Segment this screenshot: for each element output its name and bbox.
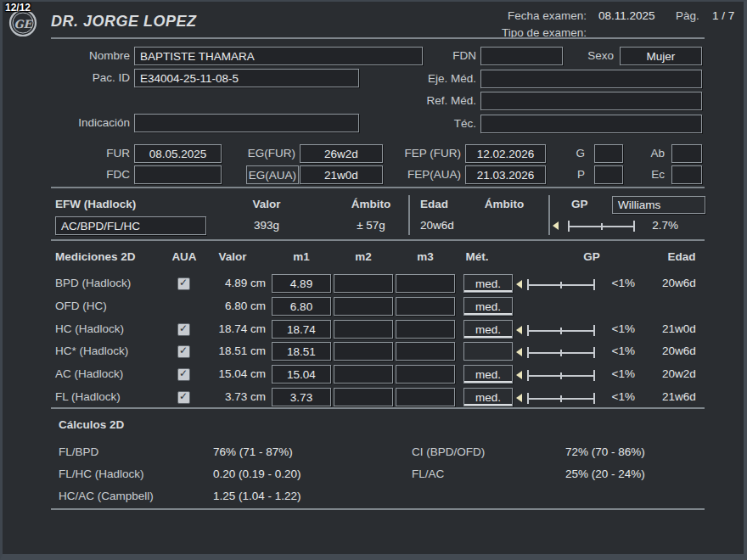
fdn-label: FDN	[410, 49, 476, 62]
calc-value: 25% (20 - 24%)	[565, 468, 645, 480]
page-label: Pàg.	[676, 9, 699, 22]
calc-label: FL/AC	[412, 468, 444, 480]
eg-aua-button[interactable]: EG(AUA)	[246, 165, 299, 184]
gravida-field[interactable]	[594, 144, 623, 163]
fep-aua-field[interactable]: 21.03.2026	[465, 165, 546, 184]
measure-age: 20w2d	[662, 367, 696, 380]
exam-date-label: Fecha examen:	[476, 9, 587, 22]
measure-name: AC (Hadlock)	[55, 367, 123, 380]
m3-field[interactable]	[396, 365, 455, 384]
gp-marker-icon	[516, 394, 522, 402]
calc-label: CI (BPD/OFD)	[412, 445, 485, 458]
col-gp: GP	[562, 250, 621, 263]
method-button[interactable]: med.	[463, 274, 513, 293]
patient-name-field[interactable]: BAPTISTE THAMARA	[134, 47, 423, 65]
m2-field[interactable]	[334, 365, 393, 384]
measure-age: 20w6d	[662, 277, 696, 289]
measure-age: 21w6d	[662, 390, 696, 403]
m3-field[interactable]	[396, 388, 455, 406]
fdc-field[interactable]	[134, 165, 222, 184]
para-field[interactable]	[594, 165, 623, 184]
measure-age: 21w0d	[662, 322, 696, 335]
measure-value: 18.51 cm	[181, 344, 266, 357]
m1-field[interactable]: 18.74	[272, 320, 331, 339]
efw-gp-percent: 2.7%	[639, 219, 678, 232]
gp-percent: <1%	[599, 390, 635, 403]
method-button[interactable]: med.	[463, 320, 513, 339]
measure-value: 4.89 cm	[181, 277, 266, 289]
patient-id-field[interactable]: E34004-25-11-08-5	[134, 69, 359, 87]
efw-col-edad: Edad	[420, 198, 448, 210]
efw-col-ambito2: Ámbito	[470, 198, 538, 210]
indication-field[interactable]	[134, 114, 359, 132]
col-m2: m2	[334, 250, 393, 263]
gp-method-dropdown[interactable]: Williams	[612, 196, 705, 214]
measure-value: 15.04 cm	[181, 367, 266, 380]
fep-aua-label: FEP(AUA)	[376, 168, 461, 181]
gp-marker-icon	[516, 371, 522, 379]
table-row: HC* (Hadlock) 18.51 cm 18.51 <1% 20w6d	[3, 341, 747, 363]
m2-field[interactable]	[334, 388, 393, 406]
m2-field[interactable]	[334, 342, 393, 361]
m3-field[interactable]	[396, 274, 455, 293]
measure-name: OFD (HC)	[55, 300, 107, 312]
svg-text:GE: GE	[14, 18, 33, 31]
ref-md-label: Ref. Méd.	[410, 94, 476, 107]
header-divider	[51, 37, 705, 39]
column-separator	[548, 195, 550, 235]
m2-field[interactable]	[334, 320, 393, 339]
m1-field[interactable]: 15.04	[272, 365, 331, 384]
patient-id-label: Pac. ID	[20, 71, 130, 84]
tech-field[interactable]	[480, 115, 702, 133]
eg-fur-field[interactable]: 26w2d	[300, 144, 383, 163]
patient-name-label: Nombre	[20, 49, 130, 62]
gp-scale	[527, 370, 595, 381]
efw-formula-dropdown[interactable]: AC/BPD/FL/HC	[55, 216, 206, 235]
m2-field[interactable]	[334, 274, 393, 293]
calc-value: 72% (70 - 86%)	[565, 445, 645, 458]
col-m1: m1	[272, 250, 331, 263]
ref-md-field[interactable]	[480, 92, 702, 110]
ec-field[interactable]	[671, 165, 702, 184]
gp-scale	[527, 347, 595, 358]
sex-field[interactable]: Mujer	[620, 47, 702, 65]
calc-label: FL/HC (Hadlock)	[59, 468, 144, 480]
exec-md-field[interactable]	[480, 70, 702, 88]
method-button[interactable]: med.	[463, 365, 513, 384]
indication-label: Indicación	[20, 116, 130, 129]
table-row: AC (Hadlock) 15.04 cm 15.04 med. <1% 20w…	[3, 364, 747, 386]
calc-value: 1.25 (1.04 - 1.22)	[213, 490, 301, 502]
col-valor: Valor	[190, 250, 275, 263]
m1-field[interactable]: 6.80	[272, 297, 331, 316]
table-row: HC (Hadlock) 18.74 cm 18.74 med. <1% 21w…	[3, 319, 747, 341]
gp-marker-icon	[553, 221, 559, 230]
section-divider	[51, 187, 705, 188]
gravida-label: G	[563, 147, 585, 160]
fdc-label: FDC	[20, 168, 130, 181]
measure-age: 20w6d	[662, 344, 696, 357]
m2-field[interactable]	[334, 297, 393, 316]
eg-fur-label: EG(FUR)	[211, 147, 295, 160]
efw-range: ± 57g	[337, 219, 405, 232]
table-row: OFD (HC) 6.80 cm 6.80 med.	[3, 296, 747, 318]
m1-field[interactable]: 4.89	[272, 274, 331, 293]
eg-aua-field[interactable]: 21w0d	[300, 165, 383, 184]
m1-field[interactable]: 3.73	[272, 388, 331, 406]
fep-fur-field[interactable]: 12.02.2026	[465, 144, 546, 163]
fur-field[interactable]: 08.05.2025	[134, 144, 222, 163]
measure-value: 18.74 cm	[181, 322, 266, 335]
report-screen: 12/12 GE DR. JORGE LOPEZ Fecha examen: 0…	[0, 0, 747, 560]
method-button[interactable]: med.	[463, 297, 513, 316]
m1-field[interactable]: 18.51	[272, 342, 331, 361]
calc-label: FL/BPD	[59, 445, 98, 458]
m3-field[interactable]	[396, 320, 455, 339]
efw-col-valor: Valor	[233, 198, 300, 210]
efw-title: EFW (Hadlock)	[55, 198, 136, 210]
m3-field[interactable]	[396, 342, 455, 361]
ab-field[interactable]	[671, 144, 702, 163]
m3-field[interactable]	[396, 297, 455, 316]
method-button[interactable]: med.	[463, 388, 513, 406]
gp-scale	[527, 279, 595, 290]
tech-label: Téc.	[410, 117, 476, 130]
method-button[interactable]	[463, 342, 513, 361]
